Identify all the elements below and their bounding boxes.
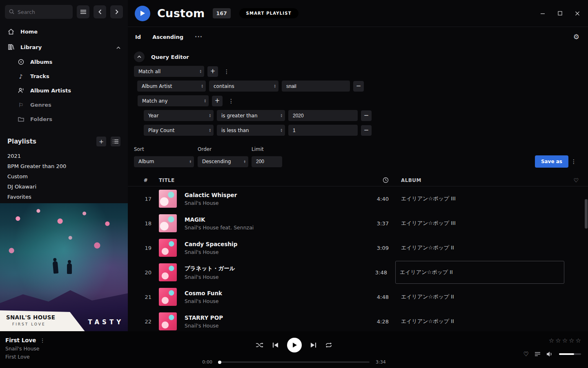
star-icon[interactable]: ☆: [562, 337, 568, 344]
rule-value-input[interactable]: [288, 125, 358, 136]
album-art-caption: SNAIL'S HOUSE FIRST LOVE: [0, 310, 87, 331]
nav-forward-button[interactable]: [110, 5, 123, 18]
menu-button[interactable]: [77, 5, 89, 18]
order-select[interactable]: Descending ▴▾: [198, 156, 248, 167]
track-row[interactable]: 22 STARRY POPSnail's House 4:28 エイリアン☆ポッ…: [128, 309, 588, 331]
remove-rule-button[interactable]: −: [361, 110, 372, 121]
rule-operator-select[interactable]: contains ▴▾: [209, 81, 278, 92]
playlist-item[interactable]: 2021: [0, 151, 128, 161]
select-value: is less than: [221, 128, 249, 133]
track-row[interactable]: 21 Cosmo FunkSnail's House 4:48 エイリアン☆ポッ…: [128, 285, 588, 309]
previous-track-button[interactable]: [272, 342, 278, 348]
updown-caret-icon: ▴▾: [281, 114, 282, 117]
album-art-thumbnail: [159, 214, 177, 232]
volume-slider[interactable]: [559, 353, 581, 355]
track-artist: Snail's House: [185, 323, 368, 329]
minimize-button[interactable]: [540, 11, 545, 16]
star-icon[interactable]: ☆: [576, 337, 581, 344]
group-menu-button[interactable]: ⋮: [221, 67, 232, 76]
sidebar-item-tracks[interactable]: ♪ Tracks: [0, 69, 128, 83]
add-rule-button[interactable]: +: [212, 96, 223, 106]
sort-direction-button[interactable]: Ascending: [152, 34, 183, 40]
query-group-row: Match all ▴▾ + ⋮: [134, 66, 588, 77]
sidebar-item-label: Tracks: [30, 73, 49, 79]
column-album[interactable]: ALBUM: [401, 177, 564, 183]
sidebar-item-album-artists[interactable]: Album Artists: [0, 83, 128, 98]
star-icon[interactable]: ☆: [549, 337, 554, 344]
track-row[interactable]: 19 Candy SpaceshipSnail's House 3:09 エイリ…: [128, 236, 588, 260]
playlist-list-button[interactable]: [111, 137, 120, 146]
match-mode-select[interactable]: Match any ▴▾: [138, 95, 209, 106]
sidebar-item-label: Genres: [30, 102, 51, 108]
nav-back-button[interactable]: [94, 5, 106, 18]
playlist-item[interactable]: Custom: [0, 171, 128, 182]
chevron-up-icon[interactable]: [116, 44, 120, 50]
settings-button[interactable]: ⚙: [573, 33, 579, 41]
sidebar-item-albums[interactable]: Albums: [0, 55, 128, 69]
star-icon[interactable]: ☆: [569, 337, 574, 344]
repeat-button[interactable]: [325, 342, 332, 348]
rule-operator-select[interactable]: is less than ▴▾: [217, 125, 285, 136]
query-rule-row: Album Artist ▴▾ contains ▴▾ −: [137, 81, 588, 92]
next-track-button[interactable]: [310, 342, 316, 348]
sidebar-item-home[interactable]: Home: [0, 24, 128, 39]
now-playing-menu-button[interactable]: ⋮: [39, 337, 47, 343]
track-row[interactable]: 18 MAGIKSnail's House feat. Sennzai 3:37…: [128, 211, 588, 236]
sidebar-item-label: Library: [20, 44, 42, 50]
seek-handle[interactable]: [218, 361, 221, 364]
maximize-button[interactable]: [558, 11, 562, 16]
track-row[interactable]: 20 プラネット・ガールSnail's House 3:48 エイリアン☆ポップ…: [128, 260, 588, 285]
search-input[interactable]: [18, 9, 69, 15]
match-mode-select[interactable]: Match all ▴▾: [134, 66, 204, 77]
group-menu-button[interactable]: ⋮: [226, 97, 236, 105]
playlist-item[interactable]: BPM Greater than 200: [0, 161, 128, 171]
favorite-column-icon[interactable]: ♡: [564, 177, 588, 184]
duration-column-icon[interactable]: [368, 177, 389, 183]
play-pause-button[interactable]: [287, 338, 302, 352]
rule-operator-select[interactable]: is greater than ▴▾: [217, 110, 285, 121]
album-art-thumbnail: [159, 288, 177, 306]
search-box[interactable]: [5, 5, 73, 19]
rule-field-select[interactable]: Play Count ▴▾: [144, 125, 214, 136]
queue-button[interactable]: [535, 352, 541, 357]
select-value: contains: [214, 83, 234, 89]
track-duration: 3:09: [368, 245, 389, 251]
rule-value-input[interactable]: [288, 110, 358, 121]
close-button[interactable]: [575, 11, 580, 16]
volume-icon[interactable]: [546, 351, 553, 357]
scrollbar-thumb[interactable]: [585, 199, 588, 229]
query-menu-button[interactable]: ⋮: [568, 157, 579, 166]
sidebar-item-genres[interactable]: ⚐ Genres: [0, 98, 128, 112]
limit-input[interactable]: [252, 156, 282, 167]
sidebar-item-library[interactable]: Library: [0, 39, 128, 55]
sort-field-button[interactable]: Id: [135, 34, 141, 40]
rule-field-select[interactable]: Album Artist ▴▾: [137, 81, 206, 92]
shuffle-button[interactable]: [256, 342, 264, 348]
rule-value-input[interactable]: [282, 81, 350, 92]
save-as-button[interactable]: Save as: [535, 155, 568, 168]
add-playlist-button[interactable]: +: [96, 137, 106, 146]
toolbar-more-button[interactable]: ···: [195, 34, 203, 40]
rule-field-select[interactable]: Year ▴▾: [144, 110, 214, 121]
favorite-button[interactable]: ♡: [523, 350, 529, 358]
column-number[interactable]: #: [140, 177, 151, 183]
query-rule-row: Year ▴▾ is greater than ▴▾ −: [144, 110, 588, 121]
sidebar-item-folders[interactable]: Folders: [0, 112, 128, 126]
track-row[interactable]: 17 Galactic WhisperSnail's House 4:40 エイ…: [128, 186, 588, 211]
play-playlist-button[interactable]: [135, 6, 150, 21]
track-album-focused-cell[interactable]: エイリアン☆ポップ II: [395, 261, 564, 284]
sort-by-select[interactable]: Album ▴▾: [134, 156, 194, 167]
playlist-item[interactable]: Favorites: [0, 192, 128, 202]
playlist-item[interactable]: DJ Okawari: [0, 182, 128, 192]
add-rule-button[interactable]: +: [207, 66, 218, 77]
album-art-figures: [48, 256, 85, 280]
remove-rule-button[interactable]: −: [353, 81, 364, 92]
star-icon[interactable]: ☆: [555, 337, 561, 344]
seek-bar[interactable]: [218, 361, 370, 363]
smart-playlist-badge: SMART PLAYLIST: [239, 8, 298, 18]
remove-rule-button[interactable]: −: [361, 125, 372, 136]
album-art-title: FIRST LOVE: [12, 322, 74, 326]
collapse-query-editor-button[interactable]: [134, 52, 145, 62]
column-title[interactable]: TITLE: [159, 177, 175, 183]
track-title: Galactic Whisper: [185, 192, 368, 198]
